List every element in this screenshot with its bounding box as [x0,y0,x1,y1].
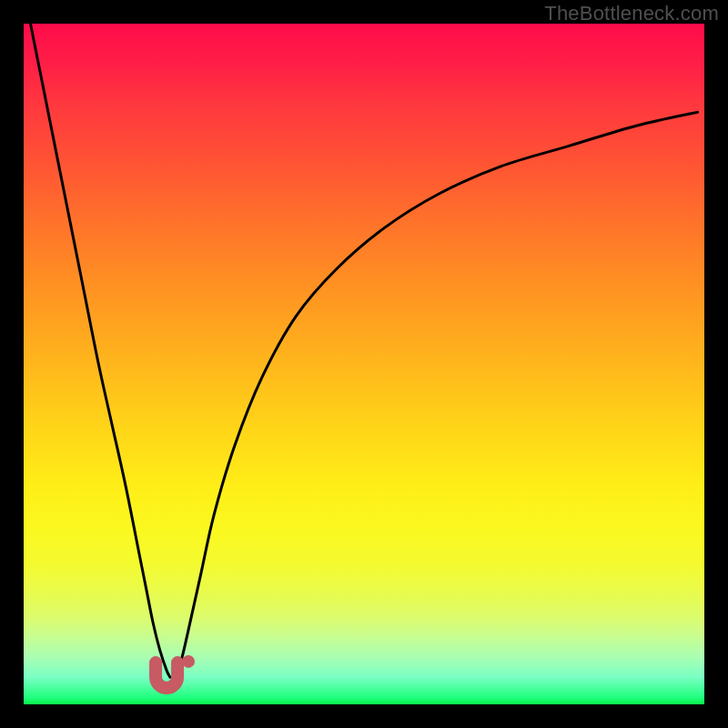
curve-left-branch [30,24,169,677]
plot-area [24,24,704,704]
watermark-text: TheBottleneck.com [544,2,719,25]
curves-svg [24,24,704,704]
chart-frame: TheBottleneck.com [0,0,728,728]
curve-right-branch [174,112,698,677]
sweet-spot-dot [182,655,195,668]
